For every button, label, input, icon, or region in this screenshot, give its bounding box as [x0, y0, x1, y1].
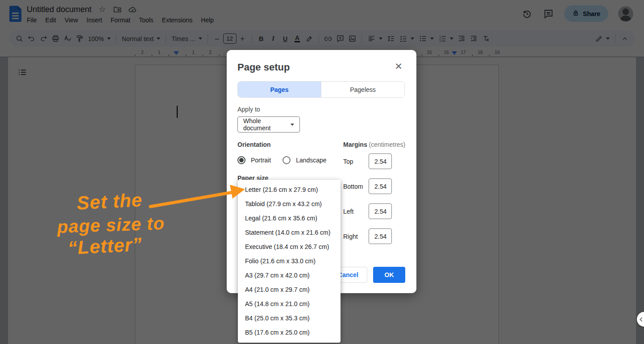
- chevron-left-icon: [637, 313, 644, 326]
- margin-row: Top: [343, 153, 392, 169]
- tab-pageless[interactable]: Pageless: [321, 82, 404, 97]
- paper-size-option[interactable]: Statement (14.0 cm x 21.6 cm): [238, 225, 341, 240]
- side-panel-toggle-button[interactable]: [637, 312, 644, 327]
- chevron-down-icon: [291, 124, 294, 126]
- margin-bottom-input[interactable]: [369, 178, 392, 194]
- tab-pages[interactable]: Pages: [238, 82, 321, 97]
- margin-left-input[interactable]: [369, 203, 392, 219]
- paper-size-option[interactable]: B5 (17.6 cm x 25.0 cm): [238, 325, 341, 340]
- margin-row: Right: [343, 228, 392, 244]
- paper-size-option[interactable]: A5 (14.8 cm x 21.0 cm): [238, 297, 341, 311]
- landscape-label: Landscape: [296, 157, 327, 164]
- apply-to-label: Apply to: [237, 106, 260, 113]
- margin-bottom-label: Bottom: [343, 183, 369, 190]
- paper-size-option[interactable]: Folio (21.6 cm x 33.0 cm): [238, 254, 341, 268]
- close-icon[interactable]: ✕: [393, 61, 404, 72]
- paper-size-menu: Letter (21.6 cm x 27.9 cm)Tabloid (27.9 …: [238, 180, 341, 343]
- paper-size-option[interactable]: Letter (21.6 cm x 27.9 cm): [238, 182, 341, 197]
- margin-left-label: Left: [343, 208, 369, 215]
- portrait-label: Portrait: [251, 157, 271, 164]
- paper-size-option[interactable]: B4 (25.0 cm x 35.3 cm): [238, 311, 341, 325]
- radio-landscape[interactable]: Landscape: [283, 156, 327, 164]
- paper-size-option[interactable]: A4 (21.0 cm x 29.7 cm): [238, 282, 341, 297]
- margin-top-label: Top: [343, 158, 369, 165]
- margin-top-input[interactable]: [369, 153, 392, 169]
- paper-size-option[interactable]: Tabloid (27.9 cm x 43.2 cm): [238, 197, 341, 211]
- paper-size-option[interactable]: Legal (21.6 cm x 35.6 cm): [238, 211, 341, 225]
- dialog-title: Page setup: [237, 62, 290, 73]
- margin-row: Left: [343, 203, 392, 219]
- paper-size-option[interactable]: A3 (29.7 cm x 42.0 cm): [238, 268, 341, 282]
- ok-button[interactable]: OK: [373, 267, 405, 283]
- margins-fields: TopBottomLeftRight: [343, 153, 392, 253]
- margin-row: Bottom: [343, 178, 392, 194]
- orientation-label: Orientation: [237, 141, 271, 148]
- dialog-tabs: Pages Pageless: [237, 81, 405, 98]
- apply-to-value: Whole document: [243, 117, 286, 132]
- google-docs-window: Untitled document ☆ FileEditViewInsertFo…: [0, 0, 644, 344]
- margin-right-input[interactable]: [369, 228, 392, 244]
- margin-right-label: Right: [343, 233, 369, 240]
- radio-portrait[interactable]: Portrait: [237, 156, 271, 164]
- orientation-radio-group: Portrait Landscape: [237, 156, 327, 164]
- radio-selected-icon: [237, 156, 245, 164]
- apply-to-select[interactable]: Whole document: [237, 116, 300, 133]
- margins-label: Margins (centimetres): [343, 141, 405, 148]
- radio-unselected-icon: [283, 156, 291, 164]
- paper-size-option[interactable]: Executive (18.4 cm x 26.7 cm): [238, 240, 341, 254]
